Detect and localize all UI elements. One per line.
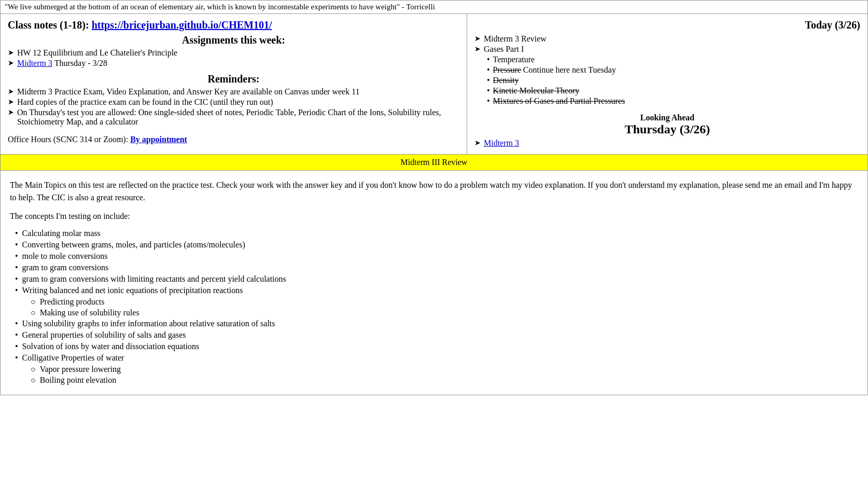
concept-text-2: Converting between grams, moles, and par…	[22, 240, 245, 250]
concept-text-7: Using solubility graphs to infer informa…	[22, 319, 275, 328]
bullet-dot-1: •	[487, 55, 490, 64]
looking-ahead-label: Looking Ahead	[474, 113, 860, 122]
gases-text-2: Pressure Continue here next Tuesday	[493, 65, 616, 75]
gases-text-5: Mixtures of Gases and Partial Pressures	[493, 96, 625, 106]
quote-bar: "We live submerged at the bottom of an o…	[0, 0, 868, 14]
reminder-text-2: Hard copies of the practice exam can be …	[17, 98, 273, 107]
reminder-item-1: ➤ Midterm 3 Practice Exam, Video Explana…	[8, 87, 459, 96]
gases-text-3: Density	[493, 76, 519, 85]
gases-sub-1: • Temperature	[487, 55, 860, 64]
assignment-item-2: ➤ Midterm 3 Thursday - 3/28	[8, 59, 459, 68]
class-notes-title: Class notes (1-18): https://bricejurban.…	[8, 19, 459, 31]
concept-9: Solvation of ions by water and dissociat…	[15, 342, 858, 351]
arrow-icon-r2: ➤	[474, 45, 481, 53]
concepts-list: Calculating molar mass Converting betwee…	[15, 229, 858, 385]
bullet-dot-3: •	[487, 76, 490, 85]
intro-paragraph: The Main Topics on this test are reflect…	[10, 179, 858, 204]
yellow-bar-text: Midterm III Review	[401, 158, 468, 167]
reminder-item-3: ➤ On Thursday's test you are allowed: On…	[8, 108, 459, 127]
concept-6-sub-text-1: Predicting products	[40, 297, 105, 307]
office-hours-link[interactable]: By appointment	[130, 135, 187, 144]
arrow-icon-2: ➤	[8, 59, 14, 67]
today-title: Today (3/26)	[474, 19, 860, 31]
concept-10-sub-text-1: Vapor pressure lowering	[40, 365, 121, 374]
today-text-1: Midterm 3 Review	[484, 34, 547, 44]
concepts-intro: The concepts I'm testing on include:	[10, 210, 858, 223]
arrow-icon-r1: ➤	[474, 34, 481, 43]
yellow-bar: Midterm III Review	[0, 155, 868, 171]
concept-text-10: Colligative Properties of water	[22, 353, 124, 363]
thursday-title: Thursday (3/26)	[474, 122, 860, 136]
bullet-dot-5: •	[487, 96, 490, 106]
reminder-text-3: On Thursday's test you are allowed: One …	[17, 108, 459, 127]
class-notes-link[interactable]: https://bricejurban.github.io/CHEM101/	[92, 19, 272, 31]
gases-sub-4: • Kinetic Molecular Theory	[487, 86, 860, 95]
concept-8: General properties of solubility of salt…	[15, 330, 858, 340]
concept-text-8: General properties of solubility of salt…	[22, 330, 186, 340]
gases-sub-3: • Density	[487, 76, 860, 85]
concept-5: gram to gram conversions with limiting r…	[15, 274, 858, 284]
bullet-dot-2: •	[487, 65, 490, 75]
main-content: The Main Topics on this test are reflect…	[0, 171, 868, 395]
concept-text-3: mole to mole conversions	[22, 252, 108, 261]
concept-10-sub: Vapor pressure lowering Boiling point el…	[31, 365, 858, 385]
reminder-item-2: ➤ Hard copies of the practice exam can b…	[8, 98, 459, 107]
thursday-item-1: ➤ Midterm 3	[474, 139, 860, 148]
assignment-text-2: Midterm 3 Thursday - 3/28	[17, 59, 107, 68]
today-text-2: Gases Part I	[484, 45, 524, 54]
concept-text-1: Calculating molar mass	[22, 229, 101, 238]
office-hours-label: Office Hours (SCNC 314 or Zoom):	[8, 135, 128, 144]
concept-10-sub-1: Vapor pressure lowering	[31, 365, 858, 374]
concept-6-sub: Predicting products Making use of solubi…	[31, 297, 858, 317]
assignment-text-1: HW 12 Equilibrium and Le Chatelier's Pri…	[17, 48, 177, 58]
assignments-title: Assignments this week:	[8, 34, 459, 46]
today-item-1: ➤ Midterm 3 Review	[474, 34, 860, 44]
concept-10-sub-2: Boiling point elevation	[31, 376, 858, 385]
gases-text-4: Kinetic Molecular Theory	[493, 86, 580, 95]
concept-text-5: gram to gram conversions with limiting r…	[22, 274, 286, 284]
concept-6-sub-text-2: Making use of solubility rules	[40, 308, 139, 317]
bullet-dot-4: •	[487, 86, 490, 95]
concept-2: Converting between grams, moles, and par…	[15, 240, 858, 250]
concept-10: Colligative Properties of water	[15, 353, 858, 363]
top-section: Class notes (1-18): https://bricejurban.…	[0, 14, 868, 155]
midterm3-thursday-link[interactable]: Midterm 3	[484, 139, 519, 148]
arrow-icon-4: ➤	[8, 98, 14, 106]
concept-7: Using solubility graphs to infer informa…	[15, 319, 858, 328]
gases-text-1: Temperature	[493, 55, 535, 64]
concept-6: Writing balanced and net ionic equations…	[15, 286, 858, 295]
concept-6-sub-2: Making use of solubility rules	[31, 308, 858, 317]
gases-sub-2: • Pressure Continue here next Tuesday	[487, 65, 860, 75]
today-item-2: ➤ Gases Part I	[474, 45, 860, 54]
concept-3: mole to mole conversions	[15, 252, 858, 261]
arrow-icon-1: ➤	[8, 48, 14, 57]
concept-4: gram to gram conversions	[15, 263, 858, 272]
left-panel: Class notes (1-18): https://bricejurban.…	[1, 14, 467, 154]
reminders-title: Reminders:	[8, 73, 459, 85]
reminder-text-1: Midterm 3 Practice Exam, Video Explanati…	[17, 87, 360, 96]
concept-text-4: gram to gram conversions	[22, 263, 109, 272]
arrow-icon-3: ➤	[8, 87, 14, 96]
gases-sub-5: • Mixtures of Gases and Partial Pressure…	[487, 96, 860, 106]
concept-text-9: Solvation of ions by water and dissociat…	[22, 342, 200, 351]
concept-text-6: Writing balanced and net ionic equations…	[22, 286, 243, 295]
concept-1: Calculating molar mass	[15, 229, 858, 238]
concept-10-sub-text-2: Boiling point elevation	[40, 376, 117, 385]
midterm3-link[interactable]: Midterm 3	[17, 59, 52, 67]
assignment-item-1: ➤ HW 12 Equilibrium and Le Chatelier's P…	[8, 48, 459, 58]
arrow-icon-r3: ➤	[474, 139, 481, 147]
arrow-icon-5: ➤	[8, 108, 14, 117]
office-hours: Office Hours (SCNC 314 or Zoom): By appo…	[8, 135, 459, 144]
concept-6-sub-1: Predicting products	[31, 297, 858, 307]
quote-text: "We live submerged at the bottom of an o…	[5, 3, 435, 11]
right-panel: Today (3/26) ➤ Midterm 3 Review ➤ Gases …	[467, 14, 867, 154]
